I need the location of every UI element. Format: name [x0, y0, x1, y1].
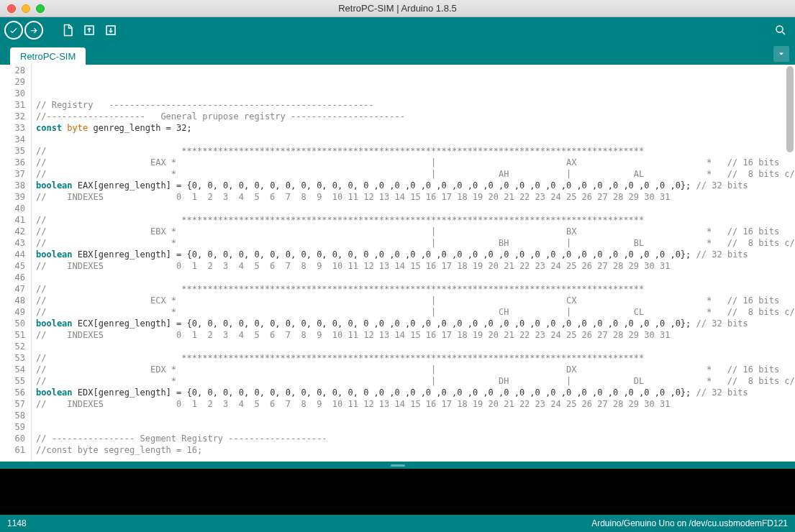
arrow-up-icon: [83, 24, 96, 37]
code-line: // *************************************…: [36, 145, 795, 157]
app-window: RetroPC-SIM | Arduino 1.8.5 RetroPC-SIM: [0, 0, 795, 532]
new-button[interactable]: [58, 20, 78, 40]
code-content[interactable]: // Registry ----------------------------…: [32, 65, 795, 462]
verify-button[interactable]: [4, 21, 23, 40]
toolbar: [0, 17, 795, 43]
code-line: boolean ECX[genreg_length] = {0, 0, 0, 0…: [36, 318, 795, 329]
code-line: // *************************************…: [36, 352, 795, 364]
code-line: [36, 65, 795, 76]
tab-main[interactable]: RetroPC-SIM: [10, 47, 86, 65]
vertical-scrollbar[interactable]: [786, 66, 794, 152]
tab-menu-button[interactable]: [773, 46, 789, 62]
file-new-icon: [61, 24, 74, 37]
code-line: // ---------------- Segment Registry ---…: [36, 433, 795, 444]
code-line: // EDX * | DX * // 16 bits: [36, 364, 795, 375]
code-line: [36, 421, 795, 433]
code-line: // EBX * | BX * // 16 bits: [36, 226, 795, 237]
code-line: [36, 88, 795, 99]
code-line: [36, 410, 795, 421]
chevron-down-icon: [777, 50, 786, 58]
arrow-down-icon: [104, 24, 117, 37]
code-line: boolean EBX[genreg_length] = {0, 0, 0, 0…: [36, 249, 795, 260]
status-board-port: Arduino/Genuino Uno on /dev/cu.usbmodemF…: [591, 518, 788, 528]
magnify-icon: [774, 24, 787, 37]
code-line: // *************************************…: [36, 283, 795, 295]
upload-button[interactable]: [24, 21, 43, 40]
editor-area: 2829303132333435363738394041424344454647…: [0, 65, 795, 462]
status-line-number: 1148: [7, 518, 27, 528]
open-button[interactable]: [79, 20, 99, 40]
code-line: boolean EDX[genreg_length] = {0, 0, 0, 0…: [36, 387, 795, 398]
code-line: boolean EAX[genreg_length] = {0, 0, 0, 0…: [36, 180, 795, 191]
code-line: // INDEXES 0 1 2 3 4 5 6 7 8 9 10 11 12 …: [36, 329, 795, 341]
code-line: // INDEXES 0 1 2 3 4 5 6 7 8 9 10 11 12 …: [36, 398, 795, 410]
code-line: // * | CH | CL * // 8 bits c/u: [36, 306, 795, 318]
code-line: [36, 76, 795, 88]
save-button[interactable]: [101, 20, 121, 40]
code-line: // * | BH | BL * // 8 bits c/u: [36, 237, 795, 249]
svg-point-0: [776, 26, 783, 32]
code-line: // INDEXES 0 1 2 3 4 5 6 7 8 9 10 11 12 …: [36, 191, 795, 203]
code-line: // ECX * | CX * // 16 bits: [36, 295, 795, 306]
tabbar: RetroPC-SIM: [0, 43, 795, 65]
code-line: [36, 272, 795, 283]
arrow-right-icon: [29, 25, 39, 35]
code-line: // * | DH | DL * // 8 bits c/u: [36, 375, 795, 387]
check-icon: [9, 25, 19, 35]
titlebar: RetroPC-SIM | Arduino 1.8.5: [0, 0, 795, 17]
output-console[interactable]: [0, 469, 795, 515]
pane-divider[interactable]: [0, 462, 795, 469]
code-line: // Registry ----------------------------…: [36, 99, 795, 111]
line-number-gutter: 2829303132333435363738394041424344454647…: [0, 65, 32, 462]
code-line: // *************************************…: [36, 214, 795, 226]
statusbar: 1148 Arduino/Genuino Uno on /dev/cu.usbm…: [0, 515, 795, 532]
serial-monitor-button[interactable]: [771, 20, 791, 40]
code-line: //const byte segreg_length = 16;: [36, 444, 795, 456]
code-line: [36, 134, 795, 145]
code-line: //------------------- General prupose re…: [36, 111, 795, 122]
code-line: // EAX * | AX * // 16 bits: [36, 157, 795, 168]
code-line: // * | AH | AL * // 8 bits c/u: [36, 168, 795, 180]
code-editor[interactable]: 2829303132333435363738394041424344454647…: [0, 65, 795, 462]
code-line: [36, 341, 795, 352]
code-line: // INDEXES 0 1 2 3 4 5 6 7 8 9 10 11 12 …: [36, 260, 795, 272]
code-line: const byte genreg_length = 32;: [36, 122, 795, 134]
window-title: RetroPC-SIM | Arduino 1.8.5: [0, 3, 795, 14]
drag-handle-icon: [391, 464, 405, 467]
code-line: [36, 203, 795, 214]
